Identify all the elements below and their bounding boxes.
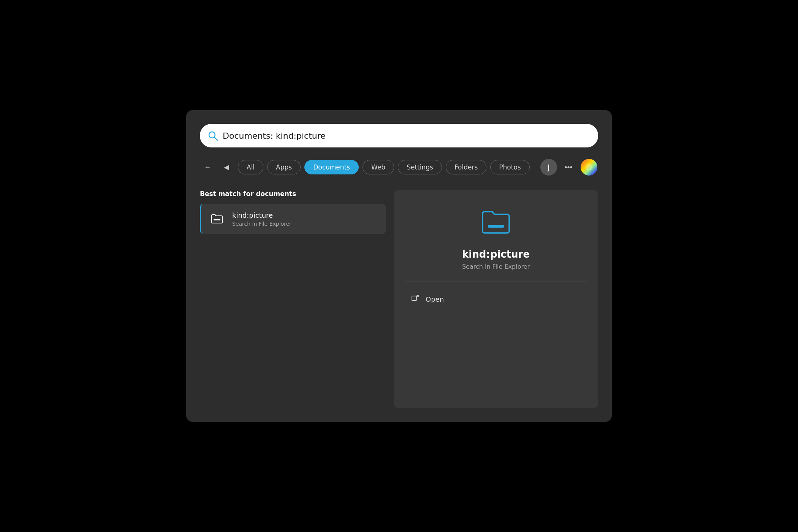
tab-documents[interactable]: Documents [304, 160, 359, 174]
detail-title: kind:picture [462, 249, 530, 260]
prev-button[interactable]: ◀ [219, 160, 234, 175]
svg-point-0 [209, 132, 215, 138]
copilot-icon [581, 159, 597, 176]
tab-photos[interactable]: Photos [490, 160, 529, 174]
tab-settings[interactable]: Settings [398, 160, 442, 174]
search-bar [200, 124, 598, 147]
search-panel: ← ◀ All Apps Documents Web Settings Fold… [186, 110, 612, 422]
copilot-button[interactable] [580, 158, 598, 176]
file-explorer-icon [208, 210, 226, 228]
tab-all[interactable]: All [238, 160, 263, 174]
detail-subtitle: Search in File Explorer [462, 263, 530, 270]
result-subtitle: Search in File Explorer [232, 221, 291, 227]
open-label: Open [426, 295, 444, 303]
svg-rect-3 [488, 225, 504, 228]
open-icon [410, 294, 420, 304]
right-panel: kind:picture Search in File Explorer Ope… [394, 190, 598, 408]
content-area: Best match for documents kind:picture Se… [200, 190, 598, 408]
open-action[interactable]: Open [409, 292, 583, 307]
result-title: kind:picture [232, 211, 291, 219]
result-item[interactable]: kind:picture Search in File Explorer [200, 204, 386, 234]
back-button[interactable]: ← [200, 160, 215, 175]
svg-rect-4 [412, 296, 416, 301]
tab-apps[interactable]: Apps [267, 160, 301, 174]
search-icon [207, 130, 218, 141]
detail-divider [405, 282, 587, 282]
detail-icon [479, 205, 513, 239]
svg-line-1 [215, 138, 218, 141]
svg-rect-2 [214, 219, 220, 220]
filter-row: ← ◀ All Apps Documents Web Settings Fold… [200, 158, 598, 176]
search-input[interactable] [223, 131, 591, 141]
section-title: Best match for documents [200, 190, 386, 198]
more-button[interactable]: ••• [561, 160, 576, 175]
tab-folders[interactable]: Folders [446, 160, 486, 174]
detail-actions: Open [405, 292, 587, 307]
user-avatar-button[interactable]: J [540, 159, 557, 176]
tab-web[interactable]: Web [363, 160, 394, 174]
result-text: kind:picture Search in File Explorer [232, 211, 291, 227]
left-panel: Best match for documents kind:picture Se… [200, 190, 386, 408]
